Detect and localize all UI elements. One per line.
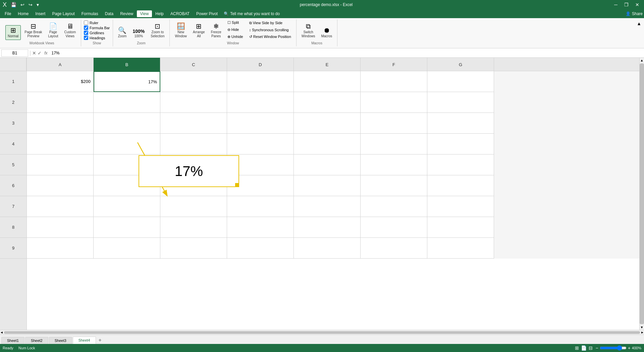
h-scroll-thumb[interactable]	[4, 331, 640, 334]
zoom-button[interactable]: 🔍 Zoom	[116, 25, 129, 40]
col-header-D[interactable]: D	[227, 58, 294, 71]
zoom-slider[interactable]	[600, 345, 627, 351]
cell-E2[interactable]	[294, 92, 361, 113]
cell-A9[interactable]	[27, 238, 94, 259]
cell-E5[interactable]	[294, 155, 361, 175]
cell-F6[interactable]	[361, 175, 427, 196]
sheet-tab-sheet3[interactable]: Sheet3	[49, 337, 72, 344]
cell-G3[interactable]	[427, 113, 494, 134]
cell-D6[interactable]	[227, 175, 294, 196]
cell-G8[interactable]	[427, 217, 494, 238]
macros-button[interactable]: ⏺ Macros	[319, 25, 334, 40]
hide-button[interactable]: ⊖ Hide	[225, 27, 246, 33]
horizontal-scrollbar[interactable]: ◄ ►	[0, 330, 644, 335]
cell-D8[interactable]	[227, 217, 294, 238]
cell-B8[interactable]	[94, 217, 160, 238]
menu-power-pivot[interactable]: Power Pivot	[193, 10, 221, 17]
scroll-up-button[interactable]: ▲	[640, 58, 644, 63]
formula-cancel-button[interactable]: ✕	[32, 50, 36, 56]
normal-view-status-button[interactable]: ⊞	[575, 345, 579, 351]
sync-scrolling-button[interactable]: ↕ Synchronous Scrolling	[247, 27, 293, 33]
cell-F9[interactable]	[361, 238, 427, 259]
custom-views-button[interactable]: 🖥 CustomViews	[62, 21, 78, 40]
cell-E9[interactable]	[294, 238, 361, 259]
undo-button[interactable]: ↩	[19, 1, 26, 8]
menu-acrobat[interactable]: ACROBAT	[167, 10, 193, 17]
page-layout-button[interactable]: 📄 PageLayout	[46, 21, 61, 40]
col-header-F[interactable]: F	[361, 58, 427, 71]
menu-data[interactable]: Data	[102, 10, 117, 17]
cell-D5[interactable]	[227, 155, 294, 175]
col-header-G[interactable]: G	[427, 58, 494, 71]
cell-E6[interactable]	[294, 175, 361, 196]
cell-C5[interactable]	[160, 155, 227, 175]
cell-D2[interactable]	[227, 92, 294, 113]
restore-button[interactable]: ❐	[622, 1, 631, 8]
scroll-down-button[interactable]: ▼	[640, 325, 644, 330]
cell-B5[interactable]	[94, 155, 160, 175]
scroll-right-button[interactable]: ►	[641, 331, 644, 334]
close-button[interactable]: ✕	[633, 1, 641, 8]
cell-C4[interactable]	[160, 134, 227, 155]
cell-G9[interactable]	[427, 238, 494, 259]
menu-review[interactable]: Review	[117, 10, 137, 17]
cell-G1[interactable]	[427, 71, 494, 92]
cell-D9[interactable]	[227, 238, 294, 259]
headings-checkbox[interactable]	[84, 36, 88, 40]
collapse-ribbon-button[interactable]: ▲	[637, 21, 641, 26]
unhide-button[interactable]: ⊕ Unhide	[225, 34, 246, 40]
cell-G5[interactable]	[427, 155, 494, 175]
redo-button[interactable]: ↪	[27, 1, 34, 8]
zoom-selection-button[interactable]: ⊡ Zoom toSelection	[148, 21, 167, 40]
scroll-left-button[interactable]: ◄	[0, 331, 3, 334]
gridlines-checkbox-label[interactable]: Gridlines	[84, 31, 110, 35]
cell-E4[interactable]	[294, 134, 361, 155]
customize-qat-button[interactable]: ▾	[35, 1, 40, 8]
cell-A3[interactable]	[27, 113, 94, 134]
cell-C3[interactable]	[160, 113, 227, 134]
ruler-checkbox-label[interactable]: Ruler	[84, 20, 110, 25]
col-header-E[interactable]: E	[294, 58, 361, 71]
ruler-checkbox[interactable]	[84, 20, 88, 25]
sheet-tab-sheet4[interactable]: Sheet4	[73, 337, 96, 344]
cell-A8[interactable]	[27, 217, 94, 238]
cell-E3[interactable]	[294, 113, 361, 134]
search-bar[interactable]: 🔍 Tell me what you want to do	[224, 11, 280, 16]
cell-B9[interactable]	[94, 238, 160, 259]
cell-B4[interactable]	[94, 134, 160, 155]
cell-F3[interactable]	[361, 113, 427, 134]
name-box[interactable]: B1	[1, 49, 28, 57]
cell-B7[interactable]	[94, 196, 160, 217]
cell-A7[interactable]	[27, 196, 94, 217]
cell-C2[interactable]	[160, 92, 227, 113]
menu-insert[interactable]: Insert	[32, 10, 49, 17]
menu-formulas[interactable]: Formulas	[78, 10, 102, 17]
cell-C7[interactable]	[160, 196, 227, 217]
headings-checkbox-label[interactable]: Headings	[84, 36, 110, 40]
cell-B2[interactable]	[94, 92, 160, 113]
cell-D4[interactable]	[227, 134, 294, 155]
cell-G4[interactable]	[427, 134, 494, 155]
cell-F7[interactable]	[361, 196, 427, 217]
cell-F5[interactable]	[361, 155, 427, 175]
cell-E1[interactable]	[294, 71, 361, 92]
cell-C9[interactable]	[160, 238, 227, 259]
freeze-panes-button[interactable]: ❄ FreezePanes	[209, 21, 224, 40]
cell-G7[interactable]	[427, 196, 494, 217]
formula-input[interactable]	[50, 51, 643, 55]
cell-A6[interactable]	[27, 175, 94, 196]
zoom-out-button[interactable]: −	[595, 345, 598, 351]
cell-B6[interactable]	[94, 175, 160, 196]
add-sheet-button[interactable]: +	[97, 337, 104, 344]
page-break-preview-button[interactable]: ⊟ Page BreakPreview	[22, 21, 44, 40]
cell-E8[interactable]	[294, 217, 361, 238]
minimize-button[interactable]: ─	[612, 1, 620, 8]
cell-A2[interactable]	[27, 92, 94, 113]
zoom-100-button[interactable]: 100% 100%	[130, 27, 147, 40]
reset-window-button[interactable]: ↺ Reset Window Position	[247, 34, 293, 40]
zoom-in-button[interactable]: +	[628, 345, 631, 351]
cell-A5[interactable]	[27, 155, 94, 175]
cell-G6[interactable]	[427, 175, 494, 196]
menu-home[interactable]: Home	[14, 10, 32, 17]
cell-A4[interactable]	[27, 134, 94, 155]
